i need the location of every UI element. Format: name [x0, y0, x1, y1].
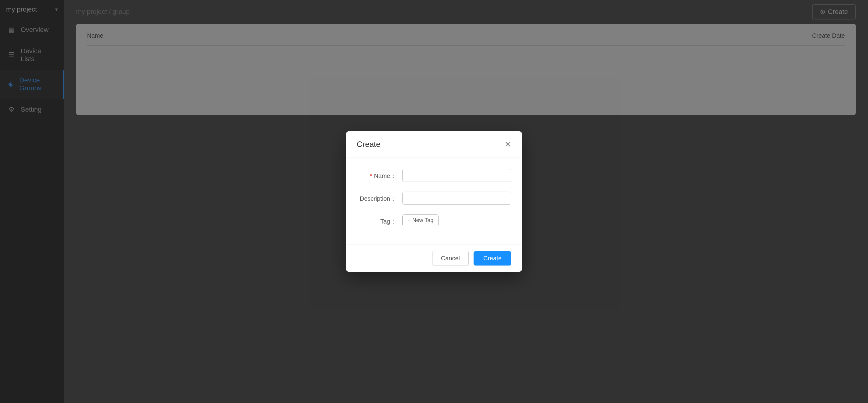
- modal-overlay[interactable]: Create ✕ * Name： Description：: [0, 0, 868, 403]
- description-input[interactable]: [402, 192, 511, 205]
- name-input[interactable]: [402, 169, 511, 182]
- tag-field-row: Tag： + New Tag: [357, 214, 511, 226]
- description-label: Description：: [357, 192, 402, 203]
- create-modal: Create ✕ * Name： Description：: [346, 131, 522, 272]
- new-tag-label: + New Tag: [407, 217, 433, 224]
- name-field-row: * Name：: [357, 169, 511, 182]
- new-tag-button[interactable]: + New Tag: [402, 214, 439, 226]
- modal-footer: Cancel Create: [346, 244, 522, 272]
- modal-title: Create: [357, 140, 380, 149]
- close-icon: ✕: [504, 140, 511, 149]
- modal-header: Create ✕: [346, 131, 522, 158]
- modal-close-button[interactable]: ✕: [504, 140, 511, 149]
- modal-create-button[interactable]: Create: [473, 251, 511, 266]
- required-star: *: [370, 172, 372, 179]
- cancel-button[interactable]: Cancel: [432, 251, 469, 266]
- modal-body: * Name： Description： Tag： + New: [346, 158, 522, 244]
- tag-label: Tag：: [357, 214, 402, 226]
- name-label: * Name：: [357, 169, 402, 180]
- tag-row: + New Tag: [402, 214, 439, 226]
- description-field-row: Description：: [357, 192, 511, 205]
